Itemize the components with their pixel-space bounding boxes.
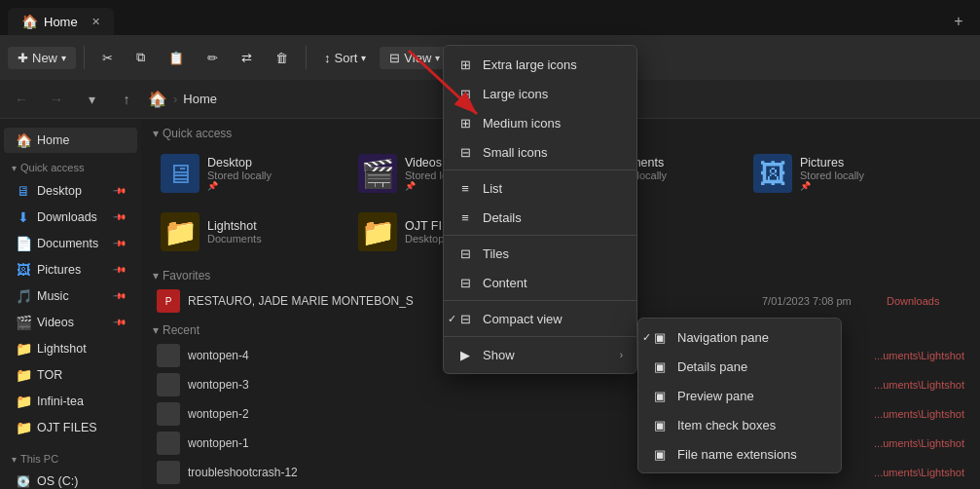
tor-icon: 📁 xyxy=(16,367,31,383)
fav-header-label: Favorites xyxy=(163,269,210,282)
desktop-pin: 📌 xyxy=(207,181,335,191)
item-check-boxes-label: Item check boxes xyxy=(677,418,776,433)
cut-button[interactable]: ✂ xyxy=(92,47,123,69)
paste-button[interactable]: 📋 xyxy=(159,47,194,69)
sort-icon: ↕ xyxy=(324,51,331,65)
sidebar-item-videos[interactable]: 🎬 Videos 📌 xyxy=(4,310,137,335)
dropdown-button[interactable]: ▾ xyxy=(78,86,105,113)
recent-loc-1: ...uments\Lightshot xyxy=(874,379,964,391)
title-bar: 🏠 Home ✕ + xyxy=(0,0,980,35)
path-separator: › xyxy=(173,92,177,106)
fav-chevron: ▾ xyxy=(153,269,159,282)
sidebar-documents-label: Documents xyxy=(37,237,109,250)
sidebar-item-os-c[interactable]: 💽 OS (C:) xyxy=(4,470,137,489)
content-label: Content xyxy=(483,276,527,290)
chevron-icon: ▾ xyxy=(12,163,17,173)
menu-item-list[interactable]: ≡ List xyxy=(444,173,636,203)
menu-item-large-icons[interactable]: ⊞ Large icons xyxy=(444,79,636,108)
folder-item-pictures[interactable]: 🖼 Pictures Stored locally 📌 xyxy=(745,148,935,199)
sidebar-item-lightshot[interactable]: 📁 Lightshot xyxy=(4,336,137,361)
this-pc-label: This PC xyxy=(20,453,58,465)
menu-item-extra-large-icons[interactable]: ⊞ Extra large icons xyxy=(444,50,636,79)
forward-button[interactable]: → xyxy=(43,86,70,113)
view-arrow: ▾ xyxy=(435,53,440,63)
move-button[interactable]: ⇄ xyxy=(232,47,262,69)
show-arrow-icon: › xyxy=(620,350,623,360)
menu-item-show[interactable]: ▶ Show › xyxy=(444,340,636,369)
show-submenu: ▣ Navigation pane ▣ Details pane ▣ Previ… xyxy=(637,318,842,473)
sidebar-item-infini-tea[interactable]: 📁 Infini-tea xyxy=(4,389,137,414)
submenu-item-navigation-pane[interactable]: ▣ Navigation pane xyxy=(638,322,841,352)
up-button[interactable]: ↑ xyxy=(113,86,140,113)
lightshot-thumb: 📁 xyxy=(161,212,200,251)
sidebar-item-ojt-files[interactable]: 📁 OJT FILES xyxy=(4,415,137,440)
tab-close-icon[interactable]: ✕ xyxy=(91,16,100,28)
sidebar-item-downloads[interactable]: ⬇ Downloads 📌 xyxy=(4,205,137,230)
submenu-item-file-name-extensions[interactable]: ▣ File name extensions xyxy=(638,439,841,469)
desktop-thumb-icon: 🖥 xyxy=(166,158,194,190)
view-button[interactable]: ⊟ View ▾ xyxy=(380,47,450,69)
recent-item-1[interactable]: wontopen-3 ...uments\Lightshot xyxy=(153,370,968,399)
sidebar-item-home[interactable]: 🏠 Home xyxy=(4,128,137,153)
sidebar-lightshot-label: Lightshot xyxy=(37,342,126,356)
submenu-item-preview-pane[interactable]: ▣ Preview pane xyxy=(638,381,841,410)
recent-loc-4: ...uments\Lightshot xyxy=(874,467,964,478)
sidebar-item-music[interactable]: 🎵 Music 📌 xyxy=(4,283,137,309)
folder-item-desktop[interactable]: 🖥 Desktop Stored locally 📌 xyxy=(153,148,343,199)
copy-button[interactable]: ⧉ xyxy=(127,46,155,69)
menu-item-details[interactable]: ≡ Details xyxy=(444,203,636,232)
downloads-icon: ⬇ xyxy=(16,209,31,225)
menu-item-medium-icons[interactable]: ⊞ Medium icons xyxy=(444,108,636,137)
submenu-item-details-pane[interactable]: ▣ Details pane xyxy=(638,352,841,381)
submenu-item-item-check-boxes[interactable]: ▣ Item check boxes xyxy=(638,410,841,439)
desktop-info: Desktop Stored locally 📌 xyxy=(207,156,335,191)
lightshot-icon: 📁 xyxy=(16,341,31,357)
preview-pane-icon: ▣ xyxy=(652,388,668,403)
navigation-pane-label: Navigation pane xyxy=(677,330,769,345)
sort-button[interactable]: ↕ Sort ▾ xyxy=(314,47,376,69)
sidebar-item-desktop[interactable]: 🖥 Desktop 📌 xyxy=(4,178,137,204)
os-c-icon: 💽 xyxy=(16,475,31,488)
videos-thumb: 🎬 xyxy=(358,154,397,193)
menu-item-small-icons[interactable]: ⊟ Small icons xyxy=(444,137,636,167)
recent-item-2[interactable]: wontopen-2 ...uments\Lightshot xyxy=(153,399,968,429)
menu-item-content[interactable]: ⊟ Content xyxy=(444,268,636,297)
ojt-icon: 📁 xyxy=(16,420,31,435)
content-icon: ⊟ xyxy=(457,275,473,290)
home-icon: 🏠 xyxy=(16,132,31,148)
pin-icon-dl: 📌 xyxy=(113,210,127,225)
new-button[interactable]: ✚ New ▾ xyxy=(8,47,76,69)
lightshot-meta: Documents xyxy=(207,233,335,244)
active-tab[interactable]: 🏠 Home ✕ xyxy=(8,8,114,35)
sidebar-item-tor[interactable]: 📁 TOR xyxy=(4,362,137,388)
home-addr-icon: 🏠 xyxy=(148,90,167,108)
sidebar-videos-label: Videos xyxy=(37,316,109,329)
medium-icons-label: Medium icons xyxy=(483,116,561,131)
recent-item-4[interactable]: troubleshootcrash-12 ...uments\Lightshot xyxy=(153,458,968,487)
new-tab-button[interactable]: + xyxy=(945,8,972,35)
videos-thumb-icon: 🎬 xyxy=(361,158,395,190)
back-button[interactable]: ← xyxy=(8,86,35,113)
rename-button[interactable]: ✏ xyxy=(198,47,228,69)
menu-item-tiles[interactable]: ⊟ Tiles xyxy=(444,239,636,268)
desktop-thumb: 🖥 xyxy=(161,154,200,193)
compact-view-icon: ⊟ xyxy=(457,311,473,326)
pin-icon-pics: 📌 xyxy=(113,263,127,278)
menu-item-compact-view[interactable]: ⊟ Compact view xyxy=(444,304,636,333)
sidebar-item-documents[interactable]: 📄 Documents 📌 xyxy=(4,231,137,256)
view-label: View xyxy=(404,51,431,65)
sidebar-item-pictures[interactable]: 🖼 Pictures 📌 xyxy=(4,257,137,282)
view-menu: ⊞ Extra large icons ⊞ Large icons ⊞ Medi… xyxy=(443,45,637,374)
folder-item-lightshot[interactable]: 📁 Lightshot Documents xyxy=(153,207,343,257)
lightshot-thumb-icon: 📁 xyxy=(163,216,198,248)
recent-item-3[interactable]: wontopen-1 ...uments\Lightshot xyxy=(153,429,968,458)
quick-access-label: Quick access xyxy=(20,162,84,173)
list-icon: ≡ xyxy=(457,180,473,196)
delete-button[interactable]: 🗑 xyxy=(266,47,298,69)
pin-icon: 📌 xyxy=(113,184,127,199)
navigation-pane-icon: ▣ xyxy=(652,329,668,345)
sidebar-desktop-label: Desktop xyxy=(37,184,109,198)
copy-icon: ⧉ xyxy=(136,50,145,65)
fav-name-text: RESTAURO, JADE MARIE MONTEBON_S xyxy=(188,294,414,308)
recent-thumb-3 xyxy=(157,432,180,455)
